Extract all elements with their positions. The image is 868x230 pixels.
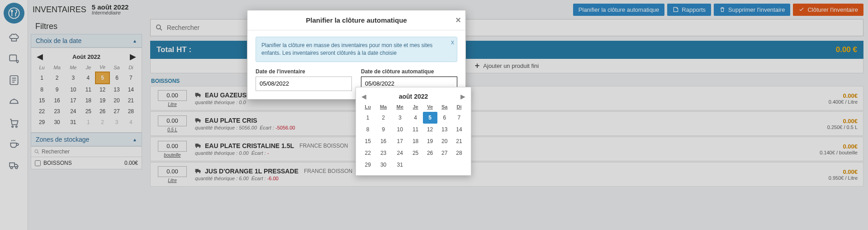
calendar-day[interactable]: 30 (49, 117, 65, 128)
datepicker-day[interactable]: 15 (360, 135, 375, 147)
calendar-day[interactable]: 28 (124, 106, 138, 117)
calendar-day[interactable]: 18 (81, 95, 95, 106)
datepicker-day[interactable]: 24 (392, 147, 408, 159)
datepicker-day[interactable]: 13 (437, 124, 452, 135)
calendar-day[interactable]: 2 (49, 72, 65, 84)
rail-delivery[interactable] (8, 159, 20, 172)
calendar-day[interactable]: 16 (49, 95, 65, 106)
calendar-day[interactable]: 26 (95, 106, 109, 117)
calendar-day[interactable]: 23 (49, 106, 65, 117)
calendar-day[interactable]: 21 (124, 95, 138, 106)
datepicker-day[interactable]: 16 (375, 135, 392, 147)
rail-favorites[interactable] (8, 53, 20, 66)
datepicker-day[interactable]: 23 (375, 147, 392, 159)
datepicker-day[interactable]: 21 (452, 135, 466, 147)
calendar-day[interactable]: 1 (81, 117, 95, 128)
datepicker-day[interactable]: 19 (423, 135, 437, 147)
datepicker-day[interactable]: 14 (452, 124, 466, 135)
datepicker-day[interactable]: 1 (360, 112, 375, 124)
cal-prev[interactable]: ◀ (37, 52, 43, 62)
calendar-day[interactable]: 19 (95, 95, 109, 106)
rail-cart[interactable] (8, 117, 20, 130)
datepicker-day[interactable]: 5 (423, 112, 437, 124)
calendar-day[interactable]: 3 (65, 72, 81, 84)
calendar-day[interactable]: 1 (35, 72, 49, 84)
calendar-day[interactable]: 15 (35, 95, 49, 106)
date-section-head[interactable]: Choix de la date ▲ (31, 34, 142, 48)
datepicker-day[interactable]: 8 (360, 124, 375, 135)
calendar-day[interactable]: 11 (81, 84, 95, 95)
datepicker-day[interactable]: 4 (408, 112, 423, 124)
zone-search-input[interactable] (42, 149, 139, 155)
zone-item[interactable]: BOISSONS0.00€ (31, 157, 142, 169)
delete-inventory-button[interactable]: Supprimer l'inventaire (714, 4, 790, 16)
calendar-day[interactable]: 20 (109, 95, 124, 106)
calendar-day[interactable]: 17 (65, 95, 81, 106)
dp-prev[interactable]: ◀ (361, 93, 366, 100)
modal-close-button[interactable]: × (455, 15, 461, 25)
zone-search[interactable] (31, 146, 142, 157)
qty-input[interactable]: 0.00 (158, 141, 187, 152)
datepicker-day[interactable]: 3 (392, 112, 408, 124)
rail-chef[interactable] (8, 32, 20, 45)
datepicker-day[interactable]: 26 (423, 147, 437, 159)
app-logo[interactable] (4, 3, 24, 24)
calendar-day[interactable]: 5 (95, 72, 109, 84)
zone-checkbox[interactable] (35, 160, 41, 166)
datepicker-day[interactable]: 12 (423, 124, 437, 135)
cal-next[interactable]: ▶ (130, 52, 136, 62)
datepicker-day[interactable] (423, 159, 437, 171)
datepicker-day[interactable]: 11 (408, 124, 423, 135)
qty-unit[interactable]: bouteille (164, 153, 180, 158)
datepicker-day[interactable]: 31 (392, 159, 408, 171)
datepicker-day[interactable]: 18 (408, 135, 423, 147)
calendar-day[interactable]: 13 (109, 84, 124, 95)
calendar-day[interactable]: 27 (109, 106, 124, 117)
zones-section-head[interactable]: Zones de stockage ▲ (31, 133, 142, 146)
rail-list[interactable] (8, 74, 20, 87)
qty-input[interactable]: 0.00 (158, 166, 187, 177)
calendar-day[interactable]: 25 (81, 106, 95, 117)
datepicker-day[interactable]: 7 (452, 112, 466, 124)
calendar-day[interactable]: 31 (65, 117, 81, 128)
reports-button[interactable]: Rapports (667, 4, 711, 16)
qty-input[interactable]: 0.00 (158, 115, 187, 126)
calendar-day[interactable]: 24 (65, 106, 81, 117)
dp-next[interactable]: ▶ (460, 93, 465, 100)
calendar-day[interactable]: 14 (124, 84, 138, 95)
datepicker-day[interactable]: 25 (408, 147, 423, 159)
datepicker-day[interactable]: 17 (392, 135, 408, 147)
datepicker-day[interactable]: 6 (437, 112, 452, 124)
calendar-day[interactable]: 12 (95, 84, 109, 95)
datepicker-day[interactable] (437, 159, 452, 171)
plan-close-button[interactable]: Planifier la clôture automatique (573, 4, 665, 16)
calendar-day[interactable]: 3 (109, 117, 124, 128)
calendar-day[interactable]: 7 (124, 72, 138, 84)
calendar-day[interactable]: 8 (35, 84, 49, 95)
calendar-day[interactable]: 4 (124, 117, 138, 128)
calendar-day[interactable]: 9 (49, 84, 65, 95)
datepicker-day[interactable]: 10 (392, 124, 408, 135)
rail-serve[interactable] (8, 96, 20, 109)
calendar-day[interactable]: 10 (65, 84, 81, 95)
calendar-day[interactable]: 6 (109, 72, 124, 84)
qty-unit[interactable]: 0.5 L (167, 127, 177, 132)
close-inventory-button[interactable]: Clôturer l'inventaire (793, 4, 863, 16)
datepicker-day[interactable] (452, 159, 466, 171)
info-dismiss[interactable]: x (451, 38, 454, 47)
calendar-day[interactable]: 22 (35, 106, 49, 117)
datepicker-day[interactable] (408, 159, 423, 171)
datepicker-day[interactable]: 2 (375, 112, 392, 124)
inventory-date-input[interactable] (256, 77, 352, 91)
calendar-day[interactable]: 2 (95, 117, 109, 128)
datepicker-day[interactable]: 30 (375, 159, 392, 171)
qty-input[interactable]: 0.00 (158, 90, 187, 101)
datepicker-day[interactable]: 20 (437, 135, 452, 147)
calendar-day[interactable]: 4 (81, 72, 95, 84)
rail-coffee[interactable] (8, 138, 20, 151)
qty-unit[interactable]: Litre (168, 178, 176, 183)
qty-unit[interactable]: Litre (168, 102, 176, 107)
datepicker-day[interactable]: 27 (437, 147, 452, 159)
datepicker-day[interactable]: 28 (452, 147, 466, 159)
datepicker-day[interactable]: 22 (360, 147, 375, 159)
